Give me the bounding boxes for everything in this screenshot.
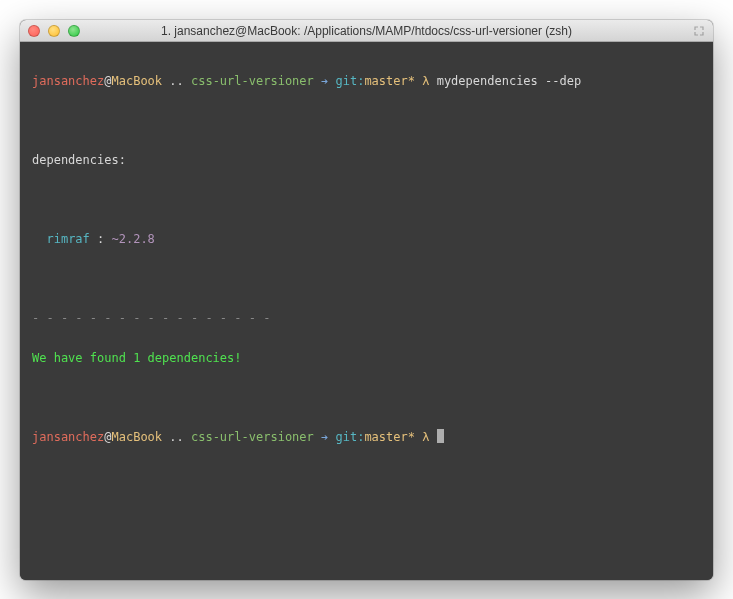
prompt-dir: css-url-versioner [191, 430, 314, 444]
blank-line [32, 111, 701, 131]
close-icon[interactable] [28, 25, 40, 37]
blank-line [32, 389, 701, 409]
prompt-lambda: λ [415, 430, 437, 444]
output-dashes: - - - - - - - - - - - - - - - - - [32, 309, 701, 329]
prompt-arrow: ➔ [314, 430, 336, 444]
minimize-icon[interactable] [48, 25, 60, 37]
prompt-arrow: ➔ [314, 74, 336, 88]
prompt-line-2: jansanchez@MacBook .. css-url-versioner … [32, 428, 701, 448]
prompt-user: jansanchez [32, 74, 104, 88]
prompt-git-label: git: [335, 74, 364, 88]
prompt-git-branch: master* [364, 430, 415, 444]
window-title: 1. jansanchez@MacBook: /Applications/MAM… [20, 24, 713, 38]
prompt-host: MacBook [111, 74, 162, 88]
package-version: ~2.2.8 [112, 232, 155, 246]
prompt-git-label: git: [335, 430, 364, 444]
prompt-host: MacBook [111, 430, 162, 444]
output-package-line: rimraf : ~2.2.8 [32, 230, 701, 250]
blank-line [32, 270, 701, 290]
output-header: dependencies: [32, 151, 701, 171]
package-name: rimraf [46, 232, 89, 246]
prompt-line-1: jansanchez@MacBook .. css-url-versioner … [32, 72, 701, 92]
package-colon: : [90, 232, 112, 246]
titlebar: 1. jansanchez@MacBook: /Applications/MAM… [20, 20, 713, 42]
prompt-lambda: λ [415, 74, 437, 88]
zoom-icon[interactable] [68, 25, 80, 37]
cursor [437, 429, 444, 443]
prompt-user: jansanchez [32, 430, 104, 444]
prompt-sep: .. [162, 430, 191, 444]
prompt-git-branch: master* [364, 74, 415, 88]
prompt-sep: .. [162, 74, 191, 88]
command-text: mydependencies --dep [437, 74, 582, 88]
pkg-indent [32, 232, 46, 246]
prompt-dir: css-url-versioner [191, 74, 314, 88]
traffic-lights [28, 25, 80, 37]
output-found: We have found 1 dependencies! [32, 349, 701, 369]
terminal-body[interactable]: jansanchez@MacBook .. css-url-versioner … [20, 42, 713, 580]
blank-line [32, 191, 701, 211]
terminal-window: 1. jansanchez@MacBook: /Applications/MAM… [20, 20, 713, 580]
fullscreen-icon[interactable] [693, 25, 705, 37]
